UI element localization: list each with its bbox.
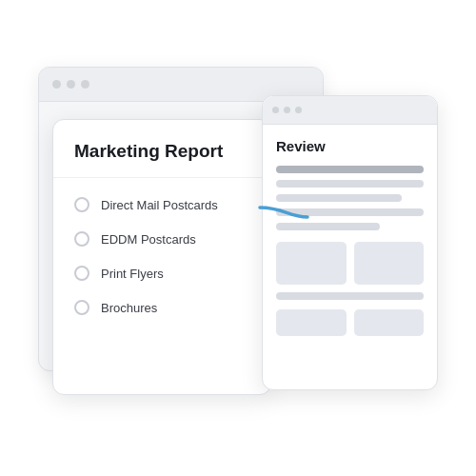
menu-item-print-flyers[interactable]: Print Flyers [53,256,270,290]
menu-item-brochures[interactable]: Brochures [53,290,270,325]
review-block-2 [354,242,425,285]
menu-list: Direct Mail Postcards EDDM Postcards Pri… [53,178,270,334]
radio-print-flyers[interactable] [74,266,89,281]
scene: Marketing Report Direct Mail Postcards E… [38,67,438,409]
menu-item-label-eddm: EDDM Postcards [101,232,196,247]
menu-item-label-direct-mail: Direct Mail Postcards [101,198,218,212]
review-block-1 [276,242,347,285]
review-title: Review [276,138,424,154]
radio-brochures[interactable] [74,300,89,315]
review-bottom-block-1 [276,309,347,336]
radio-eddm[interactable] [74,231,89,247]
review-dot-1 [272,107,279,113]
marketing-card-title: Marketing Report [74,141,249,162]
radio-direct-mail[interactable] [74,197,89,212]
marketing-card-header: Marketing Report [53,120,270,178]
menu-item-direct-mail[interactable]: Direct Mail Postcards [53,188,270,222]
review-bottom-blocks [276,309,424,336]
browser-dot-1 [52,80,61,89]
review-blocks-row-1 [276,242,424,285]
review-card: Review [262,95,438,390]
marketing-report-card: Marketing Report Direct Mail Postcards E… [52,119,271,395]
review-blocks-row-2 [276,292,424,300]
menu-item-eddm[interactable]: EDDM Postcards [53,222,270,256]
review-line-1 [276,166,424,173]
browser-dot-2 [67,80,75,89]
review-bottom-block-2 [354,309,425,336]
menu-item-label-print-flyers: Print Flyers [101,267,164,281]
connector-line [255,188,312,236]
review-dot-2 [284,107,290,113]
review-line-2 [276,180,424,188]
review-line-6 [276,292,424,300]
review-browser-bar [263,96,437,125]
review-content: Review [263,125,437,349]
review-dot-3 [295,107,302,113]
browser-dot-3 [81,80,89,89]
menu-item-label-brochures: Brochures [101,301,157,315]
